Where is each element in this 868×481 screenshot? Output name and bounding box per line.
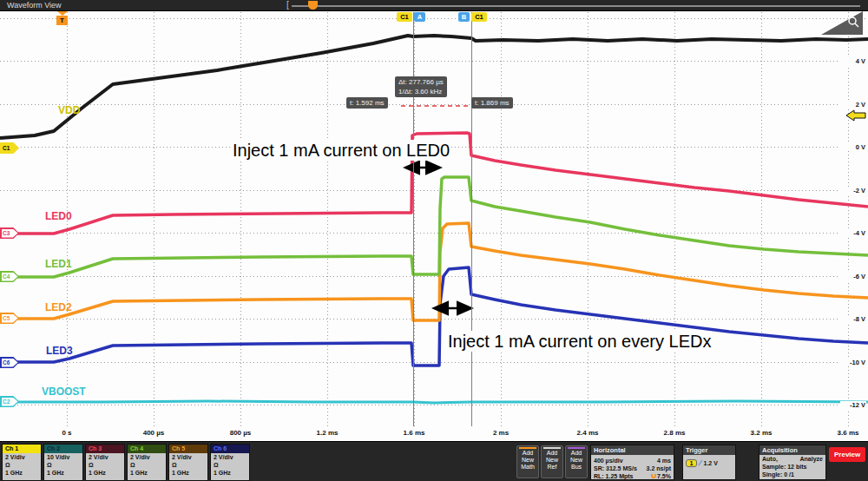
button-label-line: Add: [542, 450, 562, 457]
inv-delta-t-value: 1/Δt: 3.60 kHz: [398, 87, 444, 96]
y-tick-label: 0 V: [840, 143, 866, 151]
channel-scale: 2 V/div: [211, 453, 249, 461]
horizontal-panel[interactable]: Horizontal 400 µs/div4 msSR: 312.5 MS/s3…: [590, 445, 674, 480]
channel-flag-c6[interactable]: C6: [0, 357, 19, 368]
button-label-line: Add: [566, 450, 587, 457]
acquisition-single: Single: 0 /1: [760, 471, 825, 478]
horizontal-value: 400 µs/div: [594, 457, 623, 465]
acquisition-analyze: Analyze: [800, 455, 823, 463]
acquisition-panel[interactable]: Acquisition Auto,Analyze Sample: 12 bits…: [759, 445, 826, 480]
probe-icon: Ω: [169, 461, 207, 469]
channel-scale: 2 V/div: [169, 453, 207, 461]
channel-bandwidth: 1 GHz: [211, 469, 249, 477]
channel-flag-c2[interactable]: C2: [0, 396, 19, 407]
x-tick-label: 800 µs: [230, 429, 252, 437]
add-new-bus-button[interactable]: AddNewBus: [565, 445, 588, 478]
channel-flag-c3[interactable]: C3: [0, 227, 19, 239]
channel-scale: 2 V/div: [86, 453, 124, 461]
cursor-a-badge[interactable]: A: [414, 12, 425, 22]
x-tick-label: 3.2 ms: [751, 429, 773, 437]
horizontal-panel-title: Horizontal: [591, 445, 674, 455]
channel-badge-3[interactable]: Ch 32 V/divΩ1 GHz: [85, 444, 125, 481]
channel-badge-header: Ch 1: [3, 445, 41, 453]
trace-label-vdd: VDD: [58, 104, 80, 116]
horizontal-value: 3.2 ns/pt: [647, 465, 671, 472]
cursor-b-time-label[interactable]: t: 1.869 ms: [471, 97, 513, 109]
annotation-text: Inject 1 mA current on LED0: [233, 140, 450, 161]
channel-badge-header: Ch 5: [169, 445, 207, 453]
probe-icon: Ω: [211, 461, 249, 469]
button-label-line: New: [566, 457, 587, 464]
zoom-overview-bar[interactable]: [292, 5, 860, 7]
horizontal-value: 7.5%: [651, 472, 671, 480]
acquisition-panel-title: Acquisition: [760, 445, 825, 455]
channel-badge-6[interactable]: Ch 62 V/divΩ1 GHz: [210, 444, 250, 481]
cursor-a-line[interactable]: [413, 12, 414, 426]
annotation-text: Inject 1 mA current on every LEDx: [448, 331, 711, 352]
button-label-line: Add: [517, 450, 538, 457]
channel-bandwidth: 1 GHz: [3, 469, 41, 477]
channel-bandwidth: 1 GHz: [169, 469, 207, 477]
title-bar: Waveform View [: [0, 0, 868, 11]
channel-flag-c4[interactable]: C4: [0, 271, 19, 282]
channel-badge-1[interactable]: Ch 12 V/divΩ1 GHz: [2, 444, 42, 481]
add-new-ref-button[interactable]: AddNewRef: [541, 445, 563, 478]
trigger-source-badge: 1: [686, 459, 697, 467]
x-tick-label: 2.4 ms: [577, 429, 599, 437]
flag-label: C1: [0, 142, 19, 154]
horizontal-value: RL: 1.25 Mpts: [594, 472, 634, 480]
button-label-line: New: [517, 457, 538, 464]
delta-t-value: Δt: 277.766 µs: [398, 77, 444, 87]
channel-badge-2[interactable]: Ch 210 V/divΩ1 GHz: [43, 444, 83, 481]
rising-edge-icon: ∕: [700, 459, 701, 467]
x-tick-label: 0 s: [62, 429, 71, 437]
zoom-scale-icon: [651, 474, 656, 478]
horizontal-row: SR: 312.5 MS/s3.2 ns/pt: [591, 465, 674, 472]
add-new-math-button[interactable]: AddNewMath: [516, 445, 539, 478]
trace-label-led3: LED3: [46, 345, 73, 357]
horizontal-value: SR: 312.5 MS/s: [594, 465, 637, 472]
trace-led3: [0, 267, 868, 366]
trigger-position-marker[interactable]: T: [56, 16, 68, 25]
channel-scale: 10 V/div: [44, 453, 82, 461]
channel-badge-header: Ch 3: [86, 445, 124, 453]
cursor-a-time-label[interactable]: t: 1.592 ms: [346, 97, 388, 109]
x-tick-label: 2.8 ms: [664, 429, 686, 437]
flag-label: C3: [0, 227, 19, 239]
trigger-panel-title: Trigger: [683, 445, 735, 455]
waveform-canvas: [0, 0, 868, 481]
trigger-level-value: 1.2 V: [704, 459, 718, 467]
trigger-panel[interactable]: Trigger 1 ∕ 1.2 V: [682, 445, 736, 480]
trace-label-led0: LED0: [45, 210, 72, 222]
cursor-b-line[interactable]: [471, 12, 472, 426]
channel-badge-4[interactable]: Ch 42 V/divΩ1 GHz: [127, 444, 167, 481]
preview-button[interactable]: Preview: [829, 447, 865, 462]
button-label-line: Ref: [542, 464, 562, 471]
cursor-b-source-badge[interactable]: C1: [471, 12, 487, 22]
button-accent-stripe: [519, 447, 536, 449]
probe-icon: Ω: [3, 461, 41, 469]
cursor-a-source-badge[interactable]: C1: [397, 12, 412, 22]
channel-flag-c5[interactable]: C5: [0, 313, 19, 324]
window-title: Waveform View: [7, 0, 62, 11]
horizontal-row: RL: 1.25 Mpts7.5%: [591, 472, 674, 480]
x-tick-label: 400 µs: [143, 429, 165, 437]
channel-bandwidth: 1 GHz: [44, 469, 82, 477]
x-tick-label: 3.6 ms: [838, 429, 859, 437]
cursor-b-badge[interactable]: B: [458, 12, 470, 22]
channel-flag-c1[interactable]: C1: [0, 142, 19, 154]
button-label-line: Math: [517, 464, 538, 471]
acquisition-sample: Sample: 12 bits: [760, 463, 825, 471]
channel-badge-5[interactable]: Ch 52 V/divΩ1 GHz: [168, 444, 208, 481]
channel-scale: 2 V/div: [128, 453, 166, 461]
channel-badge-header: Ch 6: [211, 445, 249, 453]
flag-label: C6: [0, 357, 19, 368]
zoom-position-marker[interactable]: [308, 1, 318, 10]
trace-vboost: [0, 401, 868, 403]
trigger-level-arrow-icon[interactable]: [846, 110, 865, 121]
y-tick-label: -10 V: [840, 359, 866, 366]
waveform-view-window: T C1 A B C1 Δt: 277.766 µs 1/Δt: 3.60 kH…: [0, 0, 868, 481]
y-tick-label: -12 V: [840, 401, 866, 409]
horizontal-row: 400 µs/div4 ms: [591, 455, 674, 465]
button-label-line: Bus: [566, 464, 587, 471]
